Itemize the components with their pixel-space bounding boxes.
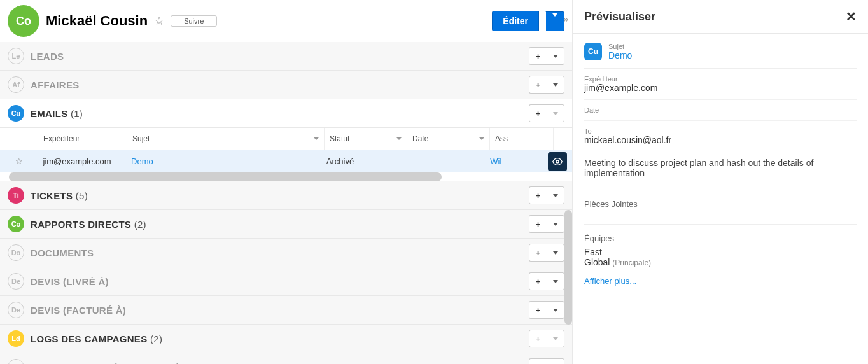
vertical-scrollbar[interactable] bbox=[564, 210, 572, 325]
close-icon[interactable]: ✕ bbox=[846, 9, 857, 24]
panel-title: AFFAIRES bbox=[31, 80, 80, 90]
row-status: Archivé bbox=[321, 150, 403, 172]
col-subject[interactable]: Sujet bbox=[127, 128, 325, 150]
preview-avatar: Cu bbox=[584, 43, 602, 60]
panel-title: DOCUMENTS bbox=[31, 248, 94, 258]
panel-title: DEVIS (LIVRÉ À) bbox=[31, 276, 109, 287]
panel-icon: DP bbox=[8, 359, 24, 364]
panel-icon: Ti bbox=[8, 187, 24, 204]
from-value: jim@example.com bbox=[584, 83, 857, 93]
email-body: Meeting to discuss project plan and hash… bbox=[584, 151, 857, 185]
email-table-header: Expéditeur Sujet Statut Date Ass bbox=[0, 128, 572, 150]
add-button[interactable]: + bbox=[529, 47, 547, 65]
col-assigned[interactable]: Ass bbox=[490, 128, 554, 150]
svg-point-0 bbox=[556, 160, 559, 163]
panel-icon: De bbox=[8, 302, 24, 318]
panel-confidentialit-des-donn-es[interactable]: DP CONFIDENTIALITÉ DES DONNÉES (0) + bbox=[0, 353, 572, 364]
panel-tickets[interactable]: Ti TICKETS (5) + bbox=[0, 181, 572, 210]
email-row[interactable]: ☆ jim@example.com Demo Archivé Wil bbox=[0, 150, 572, 172]
to-label: To bbox=[584, 127, 857, 135]
panel-title: EMAILS (1) bbox=[31, 108, 83, 119]
show-more-link[interactable]: Afficher plus... bbox=[584, 267, 636, 286]
panel-count: (1) bbox=[71, 108, 83, 119]
panel-leads[interactable]: Le LEADS + bbox=[0, 42, 572, 71]
panel-emails[interactable]: Cu EMAILS (1) + bbox=[0, 99, 572, 128]
panel-title: LOGS DES CAMPAGNES (2) bbox=[31, 333, 162, 344]
panel-dropdown-button[interactable] bbox=[547, 301, 564, 319]
team-value-0: East bbox=[584, 247, 857, 257]
expand-icon[interactable]: » bbox=[559, 13, 572, 25]
panel-title: TICKETS (5) bbox=[31, 190, 88, 201]
panel-icon: Co bbox=[8, 216, 24, 232]
panel-dropdown-button bbox=[547, 330, 564, 347]
panel-logs-des-campagnes[interactable]: Ld LOGS DES CAMPAGNES (2) + bbox=[0, 325, 572, 353]
row-assigned-link[interactable]: Wil bbox=[485, 150, 548, 172]
page-title: Mickaël Cousin bbox=[46, 13, 148, 29]
panel-affaires[interactable]: Af AFFAIRES + bbox=[0, 71, 572, 99]
contact-avatar: Co bbox=[8, 5, 39, 37]
principal-suffix: (Principale) bbox=[612, 258, 651, 267]
panel-icon: Do bbox=[8, 244, 24, 261]
col-star bbox=[0, 128, 38, 150]
add-button[interactable]: + bbox=[529, 244, 547, 262]
panel-count: (2) bbox=[150, 333, 162, 344]
from-label: Expéditeur bbox=[584, 75, 857, 83]
panel-dropdown-button bbox=[547, 104, 564, 122]
panel-icon: Ld bbox=[8, 330, 24, 347]
date-label: Date bbox=[584, 106, 857, 114]
panel-icon: De bbox=[8, 273, 24, 290]
add-button[interactable]: + bbox=[529, 272, 547, 290]
add-button[interactable]: + bbox=[529, 76, 547, 94]
panel-title: RAPPORTS DIRECTS (2) bbox=[31, 219, 146, 230]
panel-documents[interactable]: Do DOCUMENTS + bbox=[0, 239, 572, 267]
add-button[interactable]: + bbox=[529, 301, 547, 319]
row-star-icon[interactable]: ☆ bbox=[0, 150, 38, 172]
row-subject-link[interactable]: Demo bbox=[126, 150, 321, 172]
panel-devis-factur-[interactable]: De DEVIS (FACTURÉ À) + bbox=[0, 296, 572, 325]
horizontal-scrollbar-track[interactable] bbox=[0, 172, 572, 181]
row-from: jim@example.com bbox=[38, 150, 127, 172]
favorite-star-button[interactable]: ☆ bbox=[154, 14, 164, 28]
panel-dropdown-button[interactable] bbox=[547, 272, 564, 290]
panel-devis-livr-[interactable]: De DEVIS (LIVRÉ À) + bbox=[0, 267, 572, 296]
subject-label: Sujet bbox=[608, 43, 632, 50]
subject-link[interactable]: Demo bbox=[608, 50, 632, 60]
panel-title: DEVIS (FACTURÉ À) bbox=[31, 305, 126, 316]
follow-button[interactable]: Suivre bbox=[171, 15, 217, 27]
add-button[interactable]: + bbox=[529, 104, 547, 122]
col-status[interactable]: Statut bbox=[325, 128, 407, 150]
add-button: + bbox=[529, 330, 547, 347]
panel-rapports-directs[interactable]: Co RAPPORTS DIRECTS (2) + bbox=[0, 210, 572, 239]
panel-dropdown-button[interactable] bbox=[547, 358, 564, 364]
row-date bbox=[403, 155, 486, 168]
panel-dropdown-button[interactable] bbox=[547, 244, 564, 262]
edit-button[interactable]: Éditer bbox=[492, 11, 539, 31]
add-button[interactable]: + bbox=[529, 215, 547, 233]
panel-icon: Le bbox=[8, 48, 24, 64]
panel-dropdown-button[interactable] bbox=[547, 47, 564, 65]
preview-eye-button[interactable] bbox=[548, 152, 567, 171]
attachments-label: Pièces Jointes bbox=[584, 190, 857, 213]
panel-dropdown-button[interactable] bbox=[547, 76, 564, 94]
team-value-1: Global bbox=[584, 257, 610, 267]
add-button[interactable]: + bbox=[529, 358, 547, 364]
panel-dropdown-button[interactable] bbox=[547, 186, 564, 204]
panel-title: LEADS bbox=[31, 51, 64, 62]
panel-count: (5) bbox=[76, 190, 88, 201]
panel-icon: Af bbox=[8, 76, 24, 93]
to-value: mickael.cousin@aol.fr bbox=[584, 135, 857, 145]
col-date[interactable]: Date bbox=[407, 128, 490, 150]
horizontal-scrollbar-thumb[interactable] bbox=[9, 172, 442, 181]
panel-dropdown-button[interactable] bbox=[547, 215, 564, 233]
add-button[interactable]: + bbox=[529, 186, 547, 204]
col-from[interactable]: Expéditeur bbox=[38, 128, 127, 150]
panel-icon: Cu bbox=[8, 105, 24, 122]
teams-label: Équipes bbox=[584, 225, 857, 247]
panel-count: (0) bbox=[197, 362, 209, 365]
panel-count: (2) bbox=[134, 219, 146, 230]
panel-title: CONFIDENTIALITÉ DES DONNÉES (0) bbox=[31, 362, 209, 365]
preview-title: Prévisualiser bbox=[584, 10, 655, 24]
